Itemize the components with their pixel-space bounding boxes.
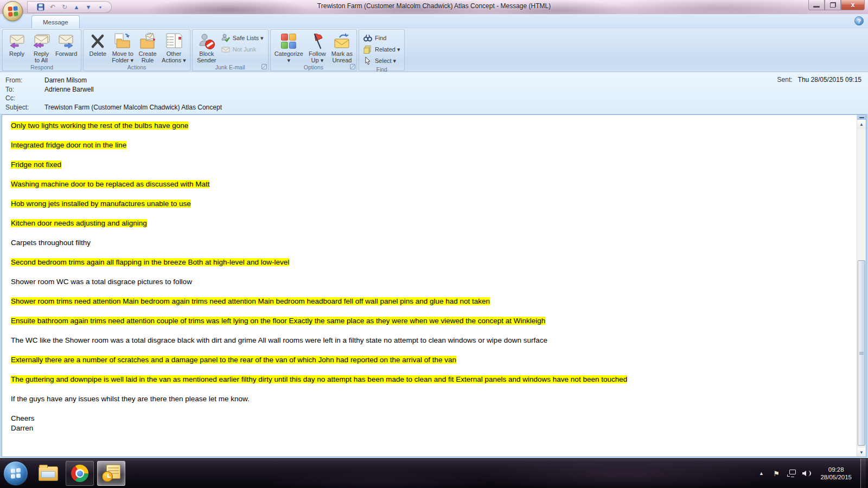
message-line: If the guys have any issues whilst they … <box>11 394 846 403</box>
restore-button[interactable] <box>825 0 841 10</box>
vertical-scrollbar[interactable]: ▲ ▼ <box>857 115 866 457</box>
show-hidden-icons-button[interactable]: ▲ <box>756 468 766 479</box>
minimize-button[interactable] <box>808 0 825 10</box>
create-rule-button[interactable]: Create Rule <box>136 31 159 63</box>
show-desktop-button[interactable] <box>860 459 866 488</box>
scrollbar-thumb[interactable] <box>858 260 865 446</box>
follow-up-button[interactable]: Follow Up ▾ <box>305 31 329 63</box>
taskbar-chrome-button[interactable] <box>66 461 94 486</box>
ribbon-group-actions: Delete Move to Folder ▾ Create Rule <box>83 29 190 71</box>
cc-label: Cc: <box>5 94 44 103</box>
message-line: Darren <box>11 423 846 433</box>
reply-button[interactable]: Reply <box>5 31 29 57</box>
move-to-folder-button[interactable]: Move to Folder ▾ <box>110 31 135 63</box>
sent-value: Thu 28/05/2015 09:15 <box>798 76 861 84</box>
save-icon[interactable] <box>35 2 46 12</box>
to-value: Adrienne Barwell <box>44 85 94 94</box>
message-line: Fridge not fixed <box>11 160 846 169</box>
system-tray: ▲ ⚑ 09:28 28/05/2015 <box>756 459 868 488</box>
delete-button[interactable]: Delete <box>86 31 110 57</box>
mark-as-unread-button[interactable]: Mark as Unread <box>330 31 354 63</box>
message-line: Washing machine door to be replaced as d… <box>11 179 846 189</box>
other-actions-button[interactable]: Other Actions ▾ <box>160 31 188 63</box>
tab-message[interactable]: Message <box>31 15 80 28</box>
group-label-actions: Actions <box>84 63 189 70</box>
taskbar-explorer-button[interactable] <box>34 461 62 486</box>
redo-icon[interactable]: ↻ <box>59 2 70 12</box>
taskbar-outlook-button[interactable] <box>97 461 125 486</box>
previous-item-icon[interactable]: ▲ <box>71 2 82 12</box>
office-button[interactable] <box>3 1 23 21</box>
message-line: Shower room WC was a total disgrace pict… <box>11 277 846 286</box>
message-line: Hob wrong jets installed by manufactures… <box>11 199 846 208</box>
customize-chevron-icon[interactable]: ▾ <box>95 2 106 12</box>
ribbon-group-find: Find Related ▾ Select ▾ <box>359 29 405 71</box>
safe-lists-button[interactable]: Safe Lists ▾ <box>219 33 266 43</box>
categorize-button[interactable]: Categorize ▾ <box>273 31 305 63</box>
select-button[interactable]: Select ▾ <box>361 55 403 66</box>
clock-date: 28/05/2015 <box>820 473 852 481</box>
message-body[interactable]: Only two lights working the rest of the … <box>2 115 857 457</box>
message-line: Externally there are a number of scratch… <box>11 355 846 364</box>
block-sender-button[interactable]: Block Sender <box>195 31 219 63</box>
message-line: Shower room trims need attention Main be… <box>11 297 846 306</box>
undo-icon[interactable]: ↶ <box>47 2 58 12</box>
explorer-icon <box>39 466 58 481</box>
clock-time: 09:28 <box>820 466 852 473</box>
chrome-icon <box>71 465 88 482</box>
reply-to-all-button[interactable]: Reply to All <box>29 31 53 63</box>
message-line: The WC like the Shower room was a total … <box>11 336 846 345</box>
group-label-options: Options <box>271 63 356 70</box>
options-dialog-launcher-icon[interactable] <box>350 64 355 69</box>
ribbon-tab-row: Message ? <box>0 14 868 28</box>
junk-dialog-launcher-icon[interactable] <box>261 64 267 69</box>
message-line: Cheers <box>11 414 846 423</box>
related-papers-icon <box>363 45 373 54</box>
action-center-flag-icon[interactable]: ⚑ <box>771 468 781 479</box>
find-button[interactable]: Find <box>361 33 403 43</box>
subject-label: Subject: <box>5 103 44 112</box>
group-label-respond: Respond <box>3 63 81 70</box>
follow-up-flag-icon <box>308 33 327 50</box>
subject-value: Trewiston Farm (Customer Malcolm Chadwic… <box>44 103 222 112</box>
office-logo-icon <box>8 6 18 16</box>
taskbar-clock[interactable]: 09:28 28/05/2015 <box>817 466 855 481</box>
find-binoculars-icon <box>363 34 373 42</box>
from-label: From: <box>5 76 44 85</box>
ribbon: Reply Reply to All Forward <box>0 28 868 72</box>
scrollbar-track[interactable] <box>857 129 866 448</box>
windows-logo-icon <box>11 468 21 478</box>
close-button[interactable]: x <box>841 0 865 10</box>
help-icon[interactable]: ? <box>854 16 864 25</box>
to-label: To: <box>5 85 44 94</box>
scroll-down-icon[interactable]: ▼ <box>857 448 866 457</box>
titlebar: ↶ ↻ ▲ ▼ ▾ Trewiston Farm (Customer Malco… <box>0 0 868 14</box>
message-line: Only two lights working the rest of the … <box>11 121 846 130</box>
safe-lists-icon <box>221 34 231 42</box>
related-button[interactable]: Related ▾ <box>361 44 403 55</box>
create-rule-icon <box>138 33 157 50</box>
outlook-message-window: ↶ ↻ ▲ ▼ ▾ Trewiston Farm (Customer Malco… <box>0 0 868 458</box>
sent-label: Sent: <box>777 76 793 84</box>
message-headers: From:Darren Milsom To:Adrienne Barwell C… <box>0 72 868 114</box>
split-handle[interactable] <box>857 115 866 120</box>
taskbar: ▲ ⚑ 09:28 28/05/2015 <box>0 458 868 488</box>
message-line: Carpets throughout filthy <box>11 238 846 247</box>
forward-button[interactable]: Forward <box>54 31 79 57</box>
reply-icon <box>8 33 26 50</box>
message-line: Integrated fridge door not in the line <box>11 140 846 150</box>
message-line: Ensuite bathroom again trims need attent… <box>11 316 846 325</box>
scroll-up-icon[interactable]: ▲ <box>857 120 866 129</box>
block-sender-icon <box>197 33 216 50</box>
start-button[interactable] <box>3 461 28 486</box>
network-icon[interactable] <box>787 468 796 479</box>
volume-icon[interactable] <box>802 468 812 479</box>
next-item-icon[interactable]: ▼ <box>83 2 94 12</box>
sent-row: Sent:Thu 28/05/2015 09:15 <box>777 76 861 84</box>
message-line: The guttering and downpipe is well laid … <box>11 375 846 384</box>
forward-icon <box>57 33 75 50</box>
window-controls: x <box>808 0 865 10</box>
outlook-icon <box>102 465 120 482</box>
other-actions-icon <box>164 33 183 50</box>
not-junk-button: Not Junk <box>219 44 266 55</box>
